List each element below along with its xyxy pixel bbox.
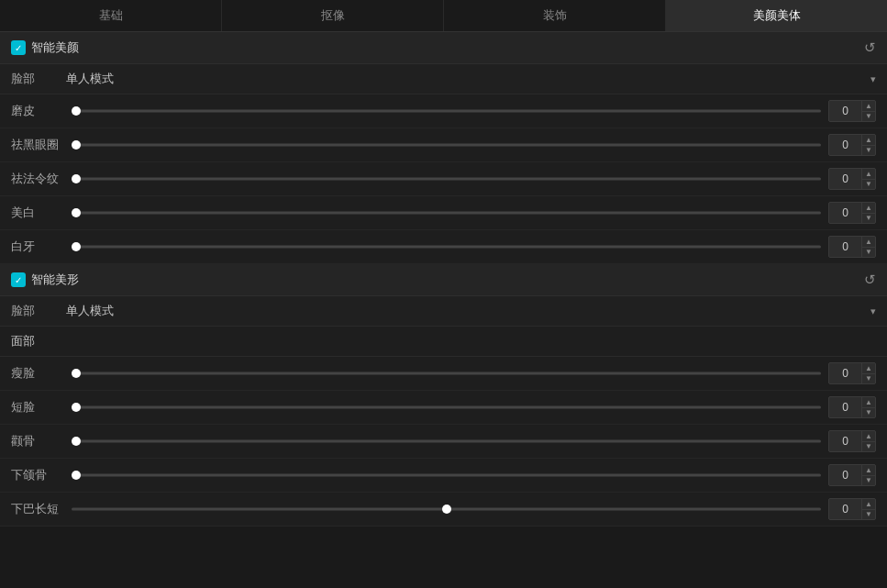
slider-row-short: 短脸 0 ▲ ▼	[0, 391, 887, 425]
num-arrows-mosaic: ▲ ▼	[861, 101, 875, 121]
slider-track-short[interactable]	[72, 405, 821, 409]
num-arrow-down-nasolabial[interactable]: ▼	[862, 180, 875, 190]
num-arrow-up-chin[interactable]: ▲	[862, 499, 875, 510]
beauty-face-mode-select[interactable]: 单人模式 ▾	[66, 71, 876, 87]
slider-thumb-mosaic[interactable]	[72, 106, 81, 116]
num-input-nasolabial[interactable]: 0 ▲ ▼	[828, 168, 876, 190]
num-arrows-chin: ▲ ▼	[861, 499, 875, 519]
beauty-shape-mode-row: 脸部 单人模式 ▾	[0, 296, 887, 327]
slider-row-width: 瘦脸 0 ▲ ▼	[0, 357, 887, 391]
beauty-shape-reset-icon[interactable]: ↺	[864, 272, 876, 288]
slider-thumb-chin[interactable]	[442, 505, 451, 514]
num-value-jaw: 0	[829, 469, 861, 482]
slider-thumb-teeth[interactable]	[72, 242, 81, 251]
slider-track-darkeye[interactable]	[72, 143, 821, 147]
slider-thumb-darkeye[interactable]	[72, 140, 81, 150]
beauty-face-checkbox[interactable]: ✓	[11, 40, 26, 55]
num-input-whiten[interactable]: 0 ▲ ▼	[828, 202, 876, 224]
num-input-teeth[interactable]: 0 ▲ ▼	[828, 236, 876, 258]
slider-track-bg-mosaic	[72, 110, 821, 113]
beauty-shape-mode-label: 脸部	[11, 303, 66, 319]
num-arrow-down-whiten[interactable]: ▼	[862, 214, 875, 224]
num-arrow-up-short[interactable]: ▲	[862, 397, 875, 408]
slider-thumb-whiten[interactable]	[72, 208, 81, 217]
slider-row-nasolabial: 祛法令纹 0 ▲ ▼	[0, 162, 887, 196]
slider-track-mosaic[interactable]	[72, 109, 821, 113]
num-value-mosaic: 0	[829, 105, 861, 117]
slider-thumb-jaw[interactable]	[72, 471, 81, 480]
slider-track-nasolabial[interactable]	[72, 177, 821, 181]
num-value-teeth: 0	[829, 240, 861, 253]
num-arrows-cheek: ▲ ▼	[861, 431, 875, 451]
beauty-face-mode-value: 单人模式	[66, 71, 114, 87]
slider-label-short: 短脸	[11, 399, 64, 416]
slider-track-bg-jaw	[72, 474, 821, 477]
slider-thumb-width[interactable]	[72, 369, 81, 378]
num-arrow-down-jaw[interactable]: ▼	[862, 476, 875, 486]
num-arrow-down-chin[interactable]: ▼	[862, 510, 875, 520]
num-value-nasolabial: 0	[829, 172, 861, 185]
num-input-chin[interactable]: 0 ▲ ▼	[828, 498, 876, 520]
num-arrow-up-whiten[interactable]: ▲	[862, 203, 875, 214]
beauty-shape-checkbox[interactable]: ✓	[11, 272, 26, 287]
num-arrow-down-cheek[interactable]: ▼	[862, 442, 875, 452]
num-input-jaw[interactable]: 0 ▲ ▼	[828, 464, 876, 486]
num-value-chin: 0	[829, 503, 861, 516]
slider-row-cheek: 颧骨 0 ▲ ▼	[0, 425, 887, 459]
section-beauty-face-header: ✓ 智能美颜 ↺	[0, 32, 887, 64]
section-beauty-face-title-group: ✓ 智能美颜	[11, 39, 79, 56]
slider-label-cheek: 颧骨	[11, 433, 64, 449]
num-arrow-up-teeth[interactable]: ▲	[862, 237, 875, 248]
shape-sub-label: 面部	[0, 327, 887, 357]
beauty-shape-mode-select[interactable]: 单人模式 ▾	[66, 303, 876, 319]
num-arrow-down-teeth[interactable]: ▼	[862, 248, 875, 258]
beauty-shape-mode-chevron: ▾	[870, 305, 876, 317]
num-arrow-down-mosaic[interactable]: ▼	[862, 112, 875, 122]
num-input-mosaic[interactable]: 0 ▲ ▼	[828, 100, 876, 122]
slider-track-whiten[interactable]	[72, 211, 821, 215]
num-value-darkeye: 0	[829, 139, 861, 151]
num-arrow-down-width[interactable]: ▼	[862, 374, 875, 384]
slider-track-chin[interactable]	[72, 507, 821, 511]
section-beauty-shape-header: ✓ 智能美形 ↺	[0, 264, 887, 296]
slider-track-width[interactable]	[72, 372, 821, 375]
slider-label-darkeye: 祛黑眼圈	[11, 137, 64, 153]
slider-track-teeth[interactable]	[72, 245, 821, 249]
slider-label-teeth: 白牙	[11, 239, 64, 255]
slider-thumb-cheek[interactable]	[72, 437, 81, 446]
tab-layout[interactable]: 装饰	[444, 0, 666, 31]
num-arrow-up-cheek[interactable]: ▲	[862, 431, 875, 442]
section-beauty-face: ✓ 智能美颜 ↺ 脸部 单人模式 ▾ 磨皮 0 ▲ ▼ 祛黑眼圈	[0, 32, 887, 264]
slider-label-nasolabial: 祛法令纹	[11, 171, 64, 187]
num-arrow-up-nasolabial[interactable]: ▲	[862, 169, 875, 180]
num-arrow-down-short[interactable]: ▼	[862, 408, 875, 418]
slider-thumb-short[interactable]	[72, 403, 81, 412]
num-arrow-up-jaw[interactable]: ▲	[862, 465, 875, 476]
slider-track-bg-short	[72, 406, 821, 409]
tab-image[interactable]: 抠像	[222, 0, 444, 31]
num-arrow-up-width[interactable]: ▲	[862, 363, 875, 374]
num-input-darkeye[interactable]: 0 ▲ ▼	[828, 134, 876, 156]
check-icon-shape: ✓	[15, 275, 22, 285]
tab-beauty[interactable]: 美颜美体	[666, 0, 887, 31]
tab-basic[interactable]: 基础	[0, 0, 222, 31]
num-arrows-width: ▲ ▼	[861, 363, 875, 383]
slider-label-width: 瘦脸	[11, 365, 64, 382]
num-arrows-nasolabial: ▲ ▼	[861, 169, 875, 189]
slider-label-whiten: 美白	[11, 205, 64, 221]
num-input-cheek[interactable]: 0 ▲ ▼	[828, 430, 876, 452]
slider-track-bg-teeth	[72, 246, 821, 249]
num-arrow-up-darkeye[interactable]: ▲	[862, 135, 875, 146]
num-arrows-short: ▲ ▼	[861, 397, 875, 417]
num-input-width[interactable]: 0 ▲ ▼	[828, 362, 876, 384]
slider-thumb-nasolabial[interactable]	[72, 174, 81, 183]
num-arrow-up-mosaic[interactable]: ▲	[862, 101, 875, 112]
num-value-whiten: 0	[829, 206, 861, 219]
beauty-face-reset-icon[interactable]: ↺	[864, 39, 876, 56]
slider-track-jaw[interactable]	[72, 473, 821, 477]
slider-label-mosaic: 磨皮	[11, 103, 64, 119]
slider-track-cheek[interactable]	[72, 439, 821, 443]
num-arrow-down-darkeye[interactable]: ▼	[862, 146, 875, 156]
num-input-short[interactable]: 0 ▲ ▼	[828, 396, 876, 418]
slider-track-bg-nasolabial	[72, 178, 821, 181]
